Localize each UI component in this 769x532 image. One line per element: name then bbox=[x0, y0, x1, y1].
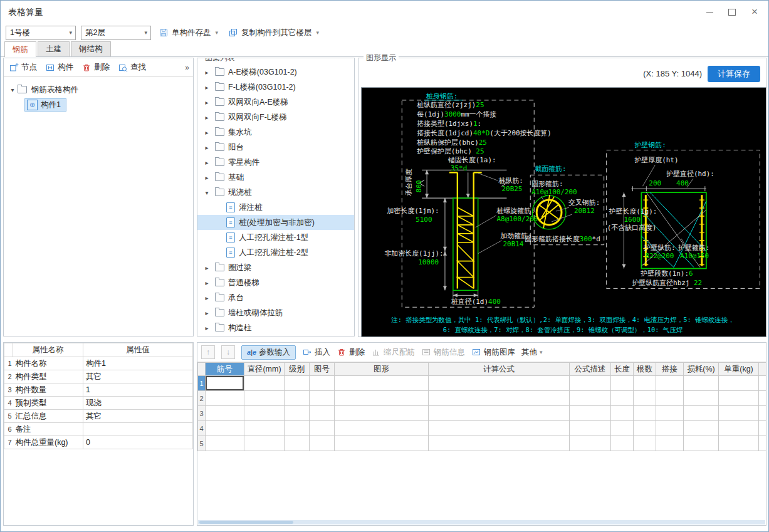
atlas-item[interactable]: ▸基础 bbox=[197, 170, 354, 185]
cell[interactable] bbox=[634, 406, 656, 421]
other-menu-button[interactable]: 其他 ▾ bbox=[521, 347, 543, 358]
cell[interactable] bbox=[634, 376, 656, 391]
atlas-item[interactable]: ▸A-E楼梯(03G101-2) bbox=[197, 65, 354, 80]
cell[interactable] bbox=[611, 376, 634, 391]
property-value[interactable]: 1 bbox=[83, 383, 193, 397]
col-header[interactable]: 筋号 bbox=[206, 363, 244, 376]
col-header[interactable]: 计算公式 bbox=[429, 363, 570, 376]
col-header[interactable]: 搭接 bbox=[656, 363, 684, 376]
col-header[interactable]: 图号 bbox=[310, 363, 335, 376]
cell[interactable] bbox=[570, 391, 611, 406]
cell[interactable] bbox=[759, 421, 766, 436]
properties-header-name[interactable]: 属性名称 bbox=[13, 343, 83, 357]
cell[interactable] bbox=[244, 391, 285, 406]
tree-root-row[interactable]: ▾ 钢筋表格构件 bbox=[4, 82, 193, 97]
atlas-item[interactable]: ≡人工挖孔灌注桩-2型 bbox=[197, 245, 354, 260]
cad-canvas[interactable]: 桩身钢筋: 桩纵筋直径(zjzj)25 每(1dj)3000mm一个搭接 搭接类… bbox=[361, 87, 766, 337]
cell[interactable] bbox=[429, 406, 570, 421]
atlas-item[interactable]: ▸F-L楼梯(03G101-2) bbox=[197, 80, 354, 95]
atlas-item[interactable]: ▸墙柱或砌体拉筋 bbox=[197, 305, 354, 320]
cell[interactable] bbox=[570, 421, 611, 436]
col-header[interactable]: 长度 bbox=[611, 363, 634, 376]
atlas-item[interactable]: ▸双网双向F-L楼梯 bbox=[197, 110, 354, 125]
cell[interactable] bbox=[335, 406, 429, 421]
cell[interactable] bbox=[244, 421, 285, 436]
tab-civil[interactable]: 土建 bbox=[38, 41, 70, 56]
cell[interactable] bbox=[719, 421, 759, 436]
cell[interactable] bbox=[285, 436, 310, 451]
cell[interactable] bbox=[335, 436, 429, 451]
property-value[interactable]: 构件1 bbox=[83, 357, 193, 370]
cell[interactable] bbox=[719, 391, 759, 406]
move-up-button[interactable]: ↑ bbox=[201, 345, 215, 359]
cell[interactable] bbox=[656, 376, 684, 391]
row-number[interactable]: 2 bbox=[198, 391, 206, 406]
cell[interactable] bbox=[656, 406, 684, 421]
cell[interactable] bbox=[429, 436, 570, 451]
calculate-save-button[interactable]: 计算保存 bbox=[708, 66, 760, 82]
cell[interactable] bbox=[244, 406, 285, 421]
property-value[interactable]: 其它 bbox=[83, 410, 193, 423]
col-header[interactable]: 总 bbox=[759, 363, 766, 376]
property-value[interactable]: 现浇 bbox=[83, 397, 193, 410]
row-number[interactable]: 3 bbox=[198, 406, 206, 421]
find-button[interactable]: 查找 bbox=[118, 62, 146, 73]
delete-button[interactable]: 删除 bbox=[81, 62, 110, 73]
save-component-button[interactable]: 单构件存盘 ▾ bbox=[156, 26, 221, 40]
minimize-icon[interactable] bbox=[701, 4, 718, 19]
col-header[interactable]: 图形 bbox=[335, 363, 429, 376]
cell[interactable] bbox=[429, 376, 570, 391]
atlas-item[interactable]: ▸阳台 bbox=[197, 140, 354, 155]
building-selector[interactable]: 1号楼 ▾ bbox=[6, 26, 76, 40]
cell[interactable] bbox=[335, 391, 429, 406]
cell[interactable] bbox=[310, 436, 335, 451]
col-header[interactable]: 公式描述 bbox=[570, 363, 611, 376]
parameter-input-button[interactable]: a|e 参数输入 bbox=[241, 345, 296, 360]
col-header[interactable]: 根数 bbox=[634, 363, 656, 376]
copy-component-button[interactable]: 复制构件到其它楼层 ▾ bbox=[226, 26, 322, 40]
horizontal-scrollbar[interactable] bbox=[198, 520, 765, 524]
move-down-button[interactable]: ↓ bbox=[221, 345, 235, 359]
cell[interactable] bbox=[570, 406, 611, 421]
cell[interactable] bbox=[684, 421, 719, 436]
insert-row-button[interactable]: 插入 bbox=[302, 347, 330, 358]
cell[interactable] bbox=[611, 406, 634, 421]
atlas-item[interactable]: ▸承台 bbox=[197, 290, 354, 305]
atlas-item[interactable]: ▾现浇桩 bbox=[197, 185, 354, 200]
cell[interactable] bbox=[206, 436, 244, 451]
cell[interactable] bbox=[570, 436, 611, 451]
cell[interactable] bbox=[611, 421, 634, 436]
atlas-item-selected[interactable]: ≡桩(处理加密与非加密) bbox=[197, 215, 354, 230]
atlas-item[interactable]: ≡灌注桩 bbox=[197, 200, 354, 215]
property-value[interactable]: 其它 bbox=[83, 370, 193, 383]
tab-steel-structure[interactable]: 钢结构 bbox=[71, 41, 111, 56]
atlas-item[interactable]: ▸集水坑 bbox=[197, 125, 354, 140]
cell[interactable] bbox=[206, 421, 244, 436]
row-number[interactable]: 5 bbox=[198, 436, 206, 451]
cell[interactable] bbox=[285, 421, 310, 436]
active-cell[interactable] bbox=[206, 376, 244, 391]
cell[interactable] bbox=[310, 391, 335, 406]
tree-item-row[interactable]: ⊕ 构件1 bbox=[4, 97, 193, 112]
cell[interactable] bbox=[719, 376, 759, 391]
cell[interactable] bbox=[684, 436, 719, 451]
col-header[interactable]: 级别 bbox=[285, 363, 310, 376]
cell[interactable] bbox=[429, 421, 570, 436]
row-number[interactable]: 4 bbox=[198, 421, 206, 436]
tab-rebar[interactable]: 钢筋 bbox=[4, 41, 36, 57]
atlas-item[interactable]: ≡人工挖孔灌注桩-1型 bbox=[197, 230, 354, 245]
cell[interactable] bbox=[310, 376, 335, 391]
cell[interactable] bbox=[759, 391, 766, 406]
property-value[interactable]: 0 bbox=[83, 436, 193, 449]
add-component-button[interactable]: 构件 bbox=[45, 62, 73, 73]
cell[interactable] bbox=[206, 406, 244, 421]
cell[interactable] bbox=[244, 376, 285, 391]
row-number[interactable]: 1 bbox=[198, 376, 206, 391]
cell[interactable] bbox=[611, 391, 634, 406]
atlas-item[interactable]: ▸构造柱 bbox=[197, 320, 354, 335]
cell[interactable] bbox=[206, 391, 244, 406]
toolbar-overflow-button[interactable]: » bbox=[185, 63, 189, 72]
cell[interactable] bbox=[719, 406, 759, 421]
close-icon[interactable]: × bbox=[746, 4, 763, 19]
property-value[interactable] bbox=[83, 423, 193, 436]
